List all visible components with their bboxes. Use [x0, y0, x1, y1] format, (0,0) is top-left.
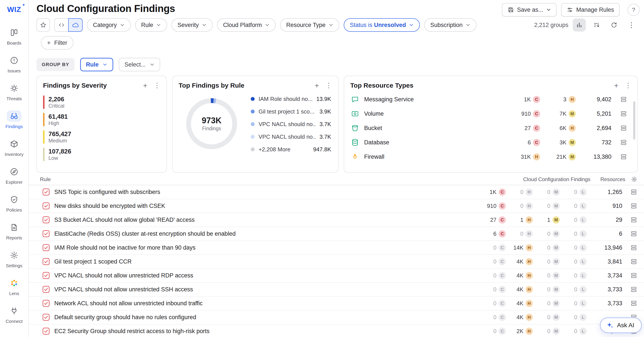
findings-donut-chart[interactable]: 973K Findings [184, 96, 240, 152]
resources-stack-icon[interactable] [622, 286, 638, 293]
table-row[interactable]: Network ACL should not allow unrestricte… [29, 296, 644, 310]
wiz-logo[interactable]: WIZ✦ [7, 5, 21, 14]
table-row[interactable]: IAM Role should not be inactive for more… [29, 241, 644, 255]
table-row[interactable]: Default security group should have no ru… [29, 310, 644, 324]
table-row[interactable]: VPC NACL should not allow unrestricted S… [29, 283, 644, 296]
resources-stack-icon[interactable] [622, 203, 638, 209]
sidebar-item-findings[interactable]: Findings [1, 106, 28, 134]
sort-button[interactable] [590, 19, 603, 32]
resources-stack-icon[interactable] [622, 272, 638, 279]
resources-stack-icon[interactable] [616, 110, 632, 117]
row-checkbox[interactable] [42, 188, 50, 195]
toggle-charts-button[interactable] [573, 19, 586, 32]
resources-stack-icon[interactable] [622, 244, 638, 251]
resources-stack-icon[interactable] [622, 217, 638, 223]
row-checkbox[interactable] [42, 286, 50, 293]
resources-stack-icon[interactable] [622, 300, 638, 306]
filter-dropdown[interactable]: Resource Type [280, 18, 340, 32]
sidebar-item-connect[interactable]: Connect [1, 301, 28, 328]
legend-item[interactable]: VPC NACL should no... 3.7K [251, 130, 331, 143]
group-by-dropdown[interactable]: Rule [80, 58, 114, 71]
view-mode-segment [54, 18, 82, 32]
table-row[interactable]: New disks should be encrypted with CSEK … [29, 199, 644, 213]
sidebar-item-inventory[interactable]: Inventory [1, 134, 28, 162]
table-row[interactable]: SNS Topic is configured with subscribers… [29, 185, 644, 199]
resource-type-row[interactable]: Messaging Service 1KC 3H 9,402 [350, 92, 632, 107]
sidebar-item-boards[interactable]: Boards [1, 23, 28, 50]
add-filter-button[interactable]: + Filter [41, 36, 74, 50]
low-badge: L [580, 314, 587, 321]
resources-stack-icon[interactable] [622, 189, 638, 195]
help-button[interactable]: ? [628, 4, 640, 16]
sidebar-item-explorer[interactable]: Explorer [1, 162, 28, 189]
resources-stack-icon[interactable] [616, 96, 632, 103]
legend-item[interactable]: VPC NACL should no... 3.7K [251, 118, 331, 130]
legend-item[interactable]: +2,208 More 947.8K [251, 143, 331, 156]
table-row[interactable]: Gil test project 1 scoped CCR 0C 4KH 0M … [29, 255, 644, 269]
severity-stat-row[interactable]: 765,427 Medium [43, 128, 160, 146]
sidebar-item-threats[interactable]: Threats [1, 78, 28, 106]
resources-stack-icon[interactable] [622, 258, 638, 265]
manage-rules-button[interactable]: Manage Rules [561, 3, 620, 17]
resources-stack-icon[interactable] [616, 139, 632, 146]
status-filter-dropdown[interactable]: Status is Unresolved [344, 18, 420, 32]
resource-type-row[interactable]: Bucket 27C 6KH 2,694 [350, 121, 632, 135]
kebab-icon[interactable]: ⋮ [326, 82, 332, 89]
sidebar-item-reports[interactable]: Reports [1, 217, 28, 245]
code-view-button[interactable] [54, 18, 69, 32]
resource-type-row[interactable]: Volume 910C 7KM 5,201 [350, 107, 632, 121]
favorite-star-button[interactable] [36, 18, 50, 32]
row-checkbox[interactable] [42, 258, 50, 265]
severity-color-bar [43, 96, 44, 109]
sidebar-item-policies[interactable]: Policies [1, 189, 28, 217]
severity-color-bar [43, 113, 44, 126]
kebab-icon[interactable]: ⋮ [154, 82, 160, 89]
filter-dropdown[interactable]: Rule [135, 18, 167, 32]
messaging-service-icon [350, 95, 360, 104]
row-checkbox[interactable] [42, 300, 50, 307]
resources-stack-icon[interactable] [616, 125, 632, 131]
resource-type-row[interactable]: Database 6C 3KM 732 [350, 135, 632, 150]
save-as-button[interactable]: Save as... [502, 3, 557, 17]
resources-stack-icon[interactable] [622, 230, 638, 237]
sidebar-item-lens[interactable]: Lens [1, 273, 28, 301]
add-widget-icon[interactable]: + [614, 82, 618, 89]
critical-badge: C [499, 300, 506, 307]
ask-ai-button[interactable]: Ask AI [600, 317, 642, 333]
filter-dropdown[interactable]: Category [87, 18, 131, 32]
row-checkbox[interactable] [42, 244, 50, 251]
row-checkbox[interactable] [42, 230, 50, 237]
subscription-filter-dropdown[interactable]: Subscription [424, 18, 476, 32]
add-widget-icon[interactable]: + [314, 82, 319, 89]
severity-stat-row[interactable]: 61,481 High [43, 111, 160, 128]
card-scrollbar[interactable] [633, 101, 635, 140]
table-settings-button[interactable] [631, 176, 638, 183]
severity-stat-row[interactable]: 2,206 Critical [43, 94, 160, 111]
cloud-view-button[interactable] [68, 18, 82, 32]
row-checkbox[interactable] [42, 328, 50, 334]
row-checkbox[interactable] [42, 314, 50, 321]
severity-stat-row[interactable]: 107,826 Low [43, 146, 160, 163]
kebab-icon[interactable]: ⋮ [625, 82, 632, 89]
table-row[interactable]: ElastiCache (Redis OSS) cluster at-rest … [29, 227, 644, 241]
sidebar-item-settings[interactable]: Settings [1, 245, 28, 273]
resources-stack-icon[interactable] [616, 154, 632, 160]
legend-item[interactable]: IAM Role should no... 13.9K [251, 93, 331, 105]
legend-item[interactable]: Gil test project 1 sco... 3.9K [251, 105, 331, 118]
add-widget-icon[interactable]: + [143, 82, 147, 89]
table-row[interactable]: S3 Bucket ACL should not allow global 'R… [29, 213, 644, 227]
more-options-button[interactable]: ⋮ [625, 19, 638, 32]
table-row[interactable]: EC2 Security Group should restrict acces… [29, 324, 644, 337]
row-checkbox[interactable] [42, 216, 50, 223]
resource-type-row[interactable]: Firewall 31KH 21KM 13,380 [350, 150, 632, 164]
row-checkbox[interactable] [42, 202, 50, 209]
refresh-button[interactable] [608, 19, 620, 32]
medium-cell: 1M [533, 216, 560, 223]
severity-badge: M [568, 153, 576, 160]
filter-dropdown[interactable]: Cloud Platform [217, 18, 276, 32]
table-row[interactable]: VPC NACL should not allow unrestricted R… [29, 269, 644, 283]
row-checkbox[interactable] [42, 272, 50, 279]
sidebar-item-issues[interactable]: Issues [1, 50, 28, 78]
group-by-select-dropdown[interactable]: Select... [119, 58, 160, 71]
filter-dropdown[interactable]: Severity [172, 18, 213, 32]
